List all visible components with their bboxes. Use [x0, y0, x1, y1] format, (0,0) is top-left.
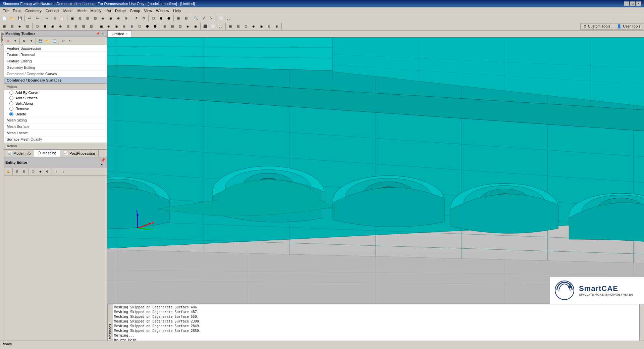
tb-e1[interactable]: ⊞	[175, 14, 182, 22]
entity-tb-b6[interactable]: ↑	[53, 168, 60, 174]
tb-r2-14[interactable]: ◈	[105, 22, 112, 30]
entity-tb-b4[interactable]: ◈	[37, 168, 44, 174]
toolbox-tb-7[interactable]: 🔄	[51, 38, 58, 44]
toolbox-tb-8[interactable]: ↩	[60, 38, 67, 44]
tb-r2-12[interactable]: ⊡	[88, 22, 95, 30]
tb-c2[interactable]: ↻	[140, 14, 147, 22]
tab-postprocessing[interactable]: 📈 PostProcessing	[60, 150, 99, 157]
tb-b1[interactable]: ▣	[68, 14, 76, 22]
tb-r2-7[interactable]: ◉	[49, 22, 56, 30]
toolbox-item-mesh-surface[interactable]: Mesh Surface	[4, 123, 107, 130]
entity-tb-lock[interactable]: 🔒	[5, 168, 11, 174]
tb-open[interactable]: 📂	[8, 14, 16, 22]
tb-r2-snap2[interactable]: ⊟	[234, 22, 242, 30]
toolbox-section-boundary-surfaces[interactable]: Combined / Boundary Surfaces	[4, 77, 107, 84]
tab-model-info[interactable]: 📊 Model Info	[4, 150, 34, 157]
tb-r2-snap6[interactable]: ⊕	[265, 22, 273, 30]
tb-r2-20[interactable]: ⬣	[151, 22, 159, 30]
message-scrollbar[interactable]	[639, 304, 644, 341]
menu-mesh[interactable]: Mesh	[75, 8, 89, 13]
menu-tools[interactable]: Tools	[11, 8, 23, 13]
tb-r2-26[interactable]: ⬛	[202, 22, 209, 30]
toolbox-tb-1[interactable]: ●	[5, 38, 11, 44]
tb-r2-8[interactable]: ⊕	[57, 22, 64, 30]
tb-view1[interactable]: 🔍	[192, 14, 200, 22]
entity-editor-close-icon[interactable]: ×	[101, 162, 105, 166]
menu-modify[interactable]: Modify	[89, 8, 103, 13]
tb-r2-16[interactable]: ⊕	[120, 22, 128, 30]
toolbox-item-composite-curves[interactable]: Combined / Composite Curves	[4, 71, 107, 77]
tb-view2[interactable]: ⤢	[200, 14, 207, 22]
tb-copy[interactable]: ⎘	[51, 14, 58, 22]
tb-b6[interactable]: ◉	[107, 14, 114, 22]
tb-b8[interactable]: ⊗	[122, 14, 130, 22]
tb-r2-snap4[interactable]: ◈	[250, 22, 257, 30]
tb-r2-28[interactable]: ⛶	[217, 22, 224, 30]
tb-b2[interactable]: ⊞	[76, 14, 84, 22]
entity-tb-b5[interactable]: ⊕	[44, 168, 51, 174]
tb-r2-5[interactable]: ⬡	[34, 22, 41, 30]
tb-r2-11[interactable]: ⊟	[80, 22, 87, 30]
canvas-area[interactable]: X Y Z	[107, 37, 644, 304]
tb-view3[interactable]: ⤡	[208, 14, 215, 22]
tb-sel2[interactable]: ⛶	[225, 14, 232, 22]
tb-r2-10[interactable]: ⊞	[72, 22, 79, 30]
menu-view[interactable]: View	[142, 8, 154, 13]
tb-r2-15[interactable]: ◉	[113, 22, 120, 30]
viewport-tab-untitled[interactable]: Untitled ×	[107, 31, 132, 37]
toolbox-close-icon[interactable]: ×	[101, 31, 105, 36]
menu-model[interactable]: Model	[61, 8, 75, 13]
entity-tb-b2[interactable]: ⊟	[21, 168, 28, 174]
message-content[interactable]: Meshing Skipped on Degenerate Surface 48…	[113, 304, 639, 341]
menu-delete[interactable]: Delete	[113, 8, 128, 13]
toolbox-tb-6[interactable]: 📂	[44, 38, 51, 44]
toolbox-item-feature-removal[interactable]: Feature Removal	[4, 52, 107, 58]
close-button[interactable]: ×	[636, 1, 641, 6]
radio-add-surfaces-input[interactable]	[9, 96, 13, 100]
radio-delete[interactable]: Delete	[4, 111, 107, 117]
charting-label[interactable]: Charting	[0, 32, 4, 46]
toolbox-tb-4[interactable]: ▾	[28, 38, 35, 44]
tb-new[interactable]: 📄	[1, 14, 8, 22]
tb-r2-22[interactable]: ⊟	[169, 22, 176, 30]
radio-remove[interactable]: Remove	[4, 106, 107, 111]
toolbox-pin-icon[interactable]: 📌	[95, 31, 100, 36]
tb-undo[interactable]: ↩	[26, 14, 33, 22]
minimize-button[interactable]: _	[624, 1, 629, 6]
menu-help[interactable]: Help	[171, 8, 183, 13]
toolbox-item-mesh-locate[interactable]: Mesh Locate	[4, 130, 107, 136]
entity-tb-b3[interactable]: ⬡	[30, 168, 37, 174]
custom-tools-button[interactable]: ⚙ Custom Tools	[580, 23, 613, 30]
tb-r2-25[interactable]: ◉	[192, 22, 199, 30]
toolbox-item-surface-mesh-quality[interactable]: Surface Mesh Quality	[4, 136, 107, 143]
menu-connect[interactable]: Connect	[44, 8, 61, 13]
restore-button[interactable]: □	[630, 1, 635, 6]
tab-meshing[interactable]: ⬡ Meshing	[34, 150, 60, 157]
entity-tb-b7[interactable]: ↓	[60, 168, 67, 174]
tb-b3[interactable]: ⊟	[84, 14, 91, 22]
tb-r2-6[interactable]: ⬢	[41, 22, 49, 30]
entity-tb-b1[interactable]: ⊞	[14, 168, 20, 174]
menu-geometry[interactable]: Geometry	[23, 8, 43, 13]
tb-r2-17[interactable]: ⊗	[128, 22, 136, 30]
tb-r2-9[interactable]: ⊗	[64, 22, 72, 30]
tb-r2-18[interactable]: ⬡	[136, 22, 143, 30]
radio-add-surfaces[interactable]: Add Surfaces	[4, 95, 107, 101]
menu-group[interactable]: Group	[128, 8, 142, 13]
radio-add-by-curve-input[interactable]	[9, 91, 13, 95]
tb-r2-snap1[interactable]: ⊞	[227, 22, 234, 30]
tb-r2-24[interactable]: ◈	[184, 22, 192, 30]
toolbox-tb-3[interactable]: ⚙	[21, 38, 28, 44]
tb-c1[interactable]: ↺	[132, 14, 140, 22]
tb-b7[interactable]: ⊕	[115, 14, 122, 22]
tb-sel1[interactable]: ⬜	[217, 14, 225, 22]
tb-r2-23[interactable]: ⊡	[176, 22, 184, 30]
menu-list[interactable]: List	[103, 8, 113, 13]
toolbox-tb-9[interactable]: ↪	[67, 38, 74, 44]
radio-split-along-input[interactable]	[9, 101, 13, 105]
menu-file[interactable]: File	[1, 8, 11, 13]
toolbox-item-feature-editing[interactable]: Feature Editing	[4, 58, 107, 64]
menu-window[interactable]: Window	[154, 8, 171, 13]
tb-r2-snap7[interactable]: ⊗	[273, 22, 280, 30]
tb-r2-19[interactable]: ⬢	[144, 22, 151, 30]
